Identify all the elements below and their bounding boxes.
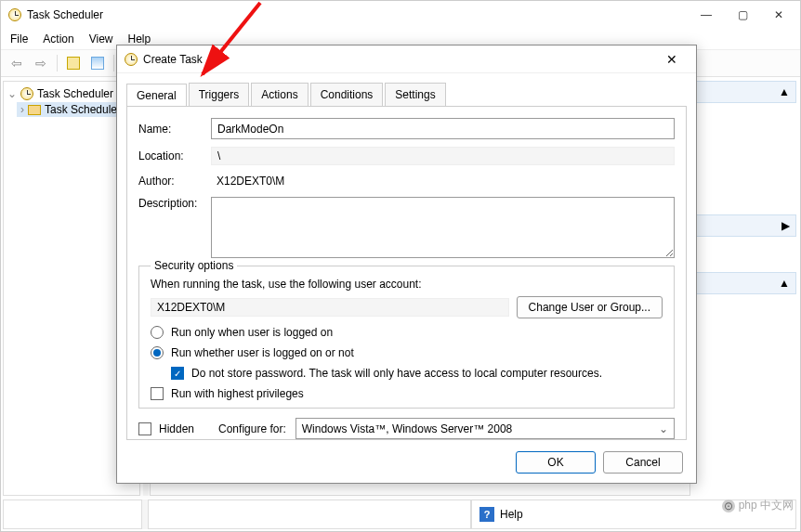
user-account-field: X12DEXT0\M <box>151 298 509 317</box>
create-task-dialog: Create Task ✕ General Triggers Actions C… <box>116 45 697 484</box>
dialog-icon <box>125 53 138 66</box>
expand-icon[interactable]: › <box>20 103 24 116</box>
watermark-icon: ⊙ <box>722 500 735 513</box>
scheduler-icon <box>20 87 33 100</box>
arrow-right-icon: ⇨ <box>35 56 46 71</box>
checkbox-hidden[interactable] <box>138 422 151 435</box>
menu-view[interactable]: View <box>89 32 113 45</box>
radio-logged-on-label: Run only when user is logged on <box>171 326 333 339</box>
minimize-button[interactable]: — <box>701 8 712 21</box>
actions-panel: ▲ ▶ ▲ <box>694 81 796 496</box>
author-value: X12DEXT0\M <box>211 173 675 189</box>
description-input[interactable] <box>211 197 675 258</box>
maximize-button[interactable]: ▢ <box>738 8 748 21</box>
toolbar-btn-1[interactable] <box>63 53 84 73</box>
configure-for-value: Windows Vista™, Windows Server™ 2008 <box>302 422 513 435</box>
panel-header-1[interactable]: ▲ <box>694 81 796 103</box>
status-cell-2 <box>148 500 471 529</box>
tab-actions[interactable]: Actions <box>251 83 308 106</box>
arrow-left-icon: ⇦ <box>11 56 22 71</box>
app-icon <box>8 8 21 21</box>
status-help-label: Help <box>500 508 523 521</box>
checkbox-dont-store-label: Do not store password. The task will onl… <box>191 367 602 380</box>
tab-settings[interactable]: Settings <box>385 83 445 106</box>
tab-strip: General Triggers Actions Conditions Sett… <box>117 73 696 106</box>
toolbar-separator <box>57 55 58 71</box>
calendar-icon <box>67 57 80 70</box>
location-label: Location: <box>138 149 211 162</box>
titlebar: Task Scheduler — ▢ ✕ <box>1 1 800 29</box>
configure-for-select[interactable]: Windows Vista™, Windows Server™ 2008 ⌄ <box>295 418 675 439</box>
watermark: ⊙ php 中文网 <box>722 498 794 513</box>
panel-header-3[interactable]: ▲ <box>694 272 796 294</box>
tree-root-label: Task Scheduler (L <box>37 87 126 100</box>
menu-action[interactable]: Action <box>43 32 73 45</box>
window-controls: — ▢ ✕ <box>701 8 793 21</box>
security-options-group: Security options When running the task, … <box>138 266 675 409</box>
configure-for-label: Configure for: <box>218 422 286 435</box>
radio-whether[interactable] <box>151 346 164 359</box>
name-label: Name: <box>138 123 211 136</box>
location-value: \ <box>211 147 675 165</box>
expand-icon[interactable]: ⌄ <box>7 87 17 100</box>
dialog-buttons: OK Cancel <box>516 451 683 474</box>
cancel-button[interactable]: Cancel <box>603 451 683 474</box>
chevron-down-icon: ⌄ <box>659 422 668 435</box>
author-label: Author: <box>138 175 211 188</box>
dialog-titlebar: Create Task ✕ <box>117 45 696 73</box>
close-button[interactable]: ✕ <box>774 8 783 21</box>
status-cell-1 <box>3 500 142 529</box>
security-legend: Security options <box>151 259 237 272</box>
folder-icon <box>28 105 41 115</box>
checkbox-hidden-label: Hidden <box>159 422 194 435</box>
toolbar-separator <box>113 55 114 71</box>
tab-conditions[interactable]: Conditions <box>310 83 384 106</box>
panel-header-2[interactable]: ▶ <box>694 214 796 237</box>
help-icon: ? <box>479 507 494 522</box>
dialog-title: Create Task <box>143 53 203 66</box>
watermark-text: php 中文网 <box>739 498 794 513</box>
tab-triggers[interactable]: Triggers <box>189 83 250 106</box>
radio-whether-label: Run whether user is logged on or not <box>171 346 354 359</box>
checkbox-highest[interactable] <box>151 387 164 400</box>
list-icon <box>91 57 104 70</box>
tree-child-label: Task Schedule <box>45 103 117 116</box>
forward-button[interactable]: ⇨ <box>31 53 51 73</box>
description-label: Description: <box>138 197 211 210</box>
change-user-button[interactable]: Change User or Group... <box>517 296 663 318</box>
back-button[interactable]: ⇦ <box>7 53 27 73</box>
checkbox-dont-store[interactable] <box>171 367 184 380</box>
status-bar: ? Help <box>3 500 798 529</box>
menu-file[interactable]: File <box>10 32 28 45</box>
dialog-close-button[interactable]: ✕ <box>655 48 689 71</box>
window-title: Task Scheduler <box>27 8 103 21</box>
collapse-up-icon: ▲ <box>779 277 790 290</box>
checkbox-highest-label: Run with highest privileges <box>171 387 304 400</box>
collapse-up-icon: ▲ <box>779 85 790 98</box>
radio-logged-on[interactable] <box>151 326 164 339</box>
menu-help[interactable]: Help <box>128 32 151 45</box>
ok-button[interactable]: OK <box>516 451 596 474</box>
expand-right-icon: ▶ <box>781 219 790 232</box>
name-input[interactable] <box>211 118 675 139</box>
tab-content: Name: Location: \ Author: X12DEXT0\M Des… <box>126 106 687 440</box>
tab-general[interactable]: General <box>126 84 187 107</box>
when-running-label: When running the task, use the following… <box>151 278 663 291</box>
toolbar-btn-2[interactable] <box>87 53 108 73</box>
